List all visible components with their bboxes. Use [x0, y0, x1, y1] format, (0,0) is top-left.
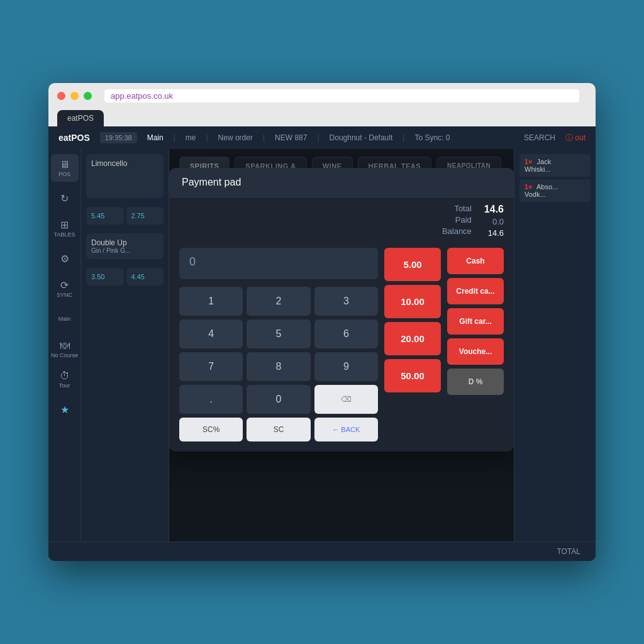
brand-eat: eat: [58, 133, 71, 143]
sidebar-main-label: Main: [58, 316, 71, 322]
left-item-price4: 4.45: [126, 268, 164, 286]
sidebar-sync-label: SYNC: [57, 292, 72, 298]
pay-cash[interactable]: Cash: [447, 248, 504, 274]
order-qty-1: 1×: [525, 158, 533, 165]
sc-percent-button[interactable]: SC%: [179, 418, 243, 441]
amount-display[interactable]: 0: [179, 248, 378, 279]
sidebar-item-tour[interactable]: ⏱ Tour: [51, 365, 79, 393]
pay-d-percent[interactable]: D %: [447, 369, 504, 395]
sidebar-pos-label: POS: [58, 172, 70, 177]
left-item-price1: 5.45: [86, 207, 124, 225]
browser-chrome: app.eatpos.co.uk eatPOS: [48, 83, 596, 126]
nav-to-sync[interactable]: To Sync: 0: [414, 133, 450, 142]
tour-icon: ⏱: [60, 370, 70, 382]
payment-modal-overlay: Payment pad Total Paid Balance: [169, 149, 514, 541]
pay-credit[interactable]: Credit ca...: [447, 278, 504, 304]
sidebar-tour-label: Tour: [59, 383, 70, 389]
brand-logo: eatPOS: [58, 133, 90, 143]
app-content: eatPOS 19:35:38 Main | me | New order | …: [48, 126, 596, 561]
sidebar-item-star[interactable]: ★: [51, 396, 79, 423]
close-button[interactable]: [57, 92, 65, 100]
sidebar: 🖥 POS ↻ ⊞ TABLES ⚙ ⟳ SYNC Mai: [48, 149, 81, 541]
payment-summary: Total Paid Balance 14.6 0.0 14.6: [169, 197, 514, 238]
order-sidebar: 1× JackWhiski... 1× Abso...Vodk...: [514, 149, 596, 541]
action-row: SC% SC ← BACK: [179, 418, 378, 441]
no-course-icon: 🍽: [60, 340, 70, 352]
col-left: Limoncello 5.45 2.75 Double Up Gin / Pi: [81, 149, 169, 541]
sidebar-item-pos[interactable]: 🖥 POS: [51, 154, 79, 182]
total-value: 14.6: [484, 204, 504, 215]
nav-doughnut[interactable]: Doughnut - Default: [330, 133, 393, 142]
order-item-2[interactable]: 1× Abso...Vodk...: [519, 179, 591, 202]
num-3[interactable]: 3: [314, 287, 378, 316]
search-area[interactable]: SEARCH: [524, 133, 555, 142]
time-display: 19:35:38: [100, 132, 137, 143]
browser-tab[interactable]: eatPOS: [57, 110, 104, 126]
num-7[interactable]: 7: [179, 352, 243, 381]
tables-icon: ⊞: [60, 219, 69, 231]
sidebar-item-settings[interactable]: ⚙: [51, 245, 79, 272]
sidebar-tables-label: TABLES: [54, 232, 75, 238]
back-button[interactable]: ← BACK: [314, 418, 378, 441]
brand-pos: POS: [71, 133, 90, 143]
sidebar-item-tables[interactable]: ⊞ TABLES: [51, 214, 79, 242]
quick-amounts: 5.00 10.00 20.00 50.00: [384, 248, 441, 441]
quick-5[interactable]: 5.00: [384, 248, 441, 281]
maximize-button[interactable]: [84, 92, 92, 100]
nav-me[interactable]: me: [186, 133, 196, 142]
pad-left: 0 1 2 3 4 5 6 7: [179, 248, 378, 441]
numpad: 1 2 3 4 5 6 7 8 9 .: [179, 287, 378, 414]
sidebar-item-sync[interactable]: ⟳ SYNC: [51, 275, 79, 303]
num-5[interactable]: 5: [247, 319, 310, 348]
nav-out[interactable]: ⓘ out: [565, 133, 586, 143]
num-9[interactable]: 9: [314, 352, 378, 381]
payment-methods: Cash Credit ca... Gift car... Vouche... …: [447, 248, 504, 441]
quick-20[interactable]: 20.00: [384, 322, 441, 355]
browser-window: app.eatpos.co.uk eatPOS eatPOS 19:35:38 …: [48, 83, 596, 561]
modal-header: Payment pad: [169, 168, 514, 197]
num-8[interactable]: 8: [247, 352, 310, 381]
settings-icon: ⚙: [60, 253, 69, 265]
left-item-double-up[interactable]: Double Up Gin / Pink G...: [86, 233, 164, 259]
balance-label: Balance: [442, 226, 472, 236]
num-dot[interactable]: .: [179, 385, 243, 414]
total-label: Total: [454, 204, 471, 213]
pos-icon: 🖥: [60, 159, 70, 170]
paid-value: 0.0: [492, 217, 504, 226]
sc-button[interactable]: SC: [247, 418, 310, 441]
browser-controls: app.eatpos.co.uk: [57, 89, 587, 103]
bottom-total-label: TOTAL: [557, 547, 580, 556]
left-item-price2: 2.75: [126, 207, 164, 225]
left-item-price3: 3.50: [86, 268, 124, 286]
left-item-limoncello[interactable]: Limoncello: [86, 154, 164, 198]
item-name: Limoncello: [91, 159, 158, 168]
sync-icon: ⟳: [60, 279, 69, 291]
main-layout: 🖥 POS ↻ ⊞ TABLES ⚙ ⟳ SYNC Mai: [48, 149, 596, 541]
minimize-button[interactable]: [70, 92, 79, 100]
columns-layout: Limoncello 5.45 2.75 Double Up Gin / Pi: [81, 149, 596, 541]
pay-voucher[interactable]: Vouche...: [447, 338, 504, 365]
num-backspace[interactable]: ⌫: [314, 385, 378, 414]
sidebar-item-main[interactable]: Main: [51, 305, 79, 333]
quick-10[interactable]: 10.00: [384, 285, 441, 318]
num-2[interactable]: 2: [247, 287, 310, 316]
sidebar-item-no-course[interactable]: 🍽 No Course: [51, 335, 79, 363]
order-qty-2: 1×: [525, 183, 533, 191]
sidebar-item-refresh[interactable]: ↻: [51, 184, 79, 212]
num-0[interactable]: 0: [247, 385, 310, 414]
nav-new-887[interactable]: NEW 887: [275, 133, 307, 142]
nav-main[interactable]: Main: [147, 133, 164, 142]
order-item-1[interactable]: 1× JackWhiski...: [519, 154, 591, 177]
quick-50[interactable]: 50.00: [384, 359, 441, 392]
col-center: SPIRITS SPARKLING &CHAMPAGNE WINE HERBAL…: [169, 149, 514, 541]
bottom-bar: TOTAL: [48, 541, 596, 561]
pay-gift[interactable]: Gift car...: [447, 308, 504, 335]
refresh-icon: ↻: [60, 192, 69, 204]
num-1[interactable]: 1: [179, 287, 243, 316]
address-bar[interactable]: app.eatpos.co.uk: [104, 89, 579, 103]
sidebar-nocourse-label: No Course: [51, 353, 78, 358]
num-6[interactable]: 6: [314, 319, 378, 348]
nav-new-order[interactable]: New order: [218, 133, 253, 142]
num-4[interactable]: 4: [179, 319, 243, 348]
pad-content: 0 1 2 3 4 5 6 7: [169, 238, 514, 452]
